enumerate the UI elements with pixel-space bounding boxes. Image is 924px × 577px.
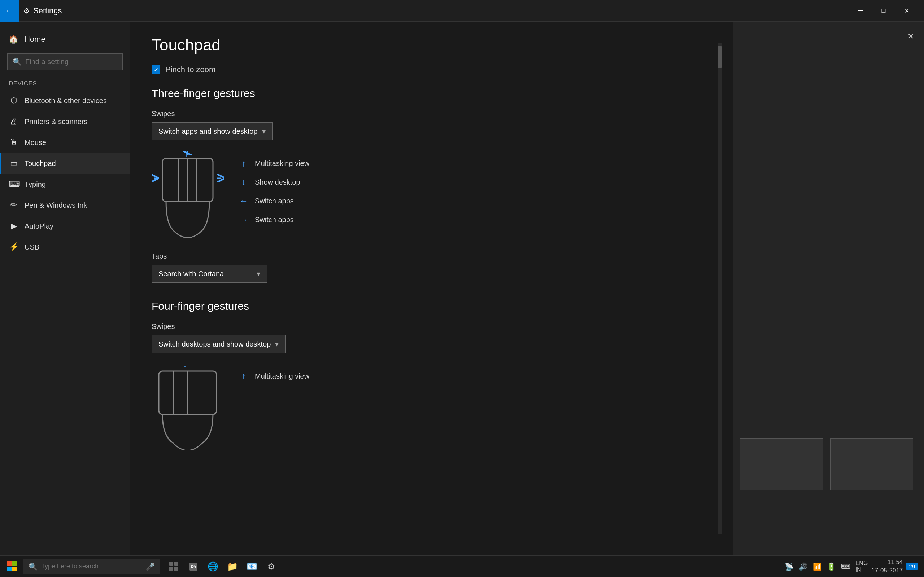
search-box[interactable]: 🔍 [7,53,123,70]
three-finger-info: ↑ Multitasking view ↓ Show desktop ← Swi… [238,151,309,225]
bluetooth-icon: ⬡ [9,96,19,105]
edge-button[interactable]: 🌐 [204,557,222,576]
overlay-panel: ✕ [733,22,924,555]
sidebar-label-pen: Pen & Windows Ink [24,201,87,210]
volume-icon[interactable]: 🔊 [799,562,808,571]
pinch-zoom-checkbox[interactable]: ✓ [152,65,160,74]
svg-rect-16 [12,561,16,566]
svg-rect-15 [7,561,11,566]
sidebar: 🏠 Home 🔍 Devices ⬡ Bluetooth & other dev… [0,22,130,555]
gesture-row-0: ↑ Multitasking view [238,158,309,168]
gesture-arrow-3: → [238,214,249,225]
svg-rect-21 [169,567,173,571]
usb-icon: ⚡ [9,242,19,252]
svg-text:↑: ↑ [183,364,187,371]
gesture-label-3: Switch apps [255,216,294,224]
taskbar-right: 📡 🔊 📶 🔋 ⌨ ENGIN 11:54 17-05-2017 29 [785,558,921,574]
thumbnail-1 [740,438,823,490]
svg-rect-17 [7,567,11,571]
maximize-button[interactable]: □ [872,0,895,22]
svg-rect-18 [12,567,16,571]
swipes-dropdown-3[interactable]: Switch apps and show desktop ▾ [152,122,273,140]
app-container: 🏠 Home 🔍 Devices ⬡ Bluetooth & other dev… [0,22,924,555]
window-controls: ─ □ ✕ [849,0,918,22]
sidebar-category: Devices [0,77,130,90]
taskbar-mic-icon: 🎤 [146,562,155,571]
sidebar-label-typing: Typing [24,180,46,189]
store-button[interactable]: 🛍 [184,557,203,576]
sidebar-item-pen[interactable]: ✏ Pen & Windows Ink [0,195,130,216]
start-button[interactable] [3,557,22,576]
home-icon: 🏠 [9,35,18,44]
task-view-button[interactable] [165,557,183,576]
scrollbar-thumb[interactable] [717,46,722,68]
four-gesture-label-0: Multitasking view [255,372,309,380]
touchpad-icon: ▭ [9,159,19,168]
svg-text:←: ← [152,175,159,182]
thumbnails [740,438,913,490]
gesture-row-3: → Switch apps [238,214,309,225]
settings-button[interactable]: ⚙ [262,557,281,576]
minimize-button[interactable]: ─ [849,0,872,22]
explorer-button[interactable]: 📁 [223,557,242,576]
settings-icon: ⚙ [23,6,30,15]
network-icon[interactable]: 📡 [785,562,794,571]
svg-text:🛍: 🛍 [191,564,196,569]
sidebar-label-bluetooth: Bluetooth & other devices [24,97,107,105]
pinch-zoom-label: Pinch to zoom [165,65,215,74]
svg-rect-20 [174,562,178,566]
taskbar-search-icon: 🔍 [29,562,37,571]
sidebar-item-printers[interactable]: 🖨 Printers & scanners [0,111,130,132]
store-icon: 🛍 [189,562,198,571]
gesture-row-1: ↓ Show desktop [238,177,309,187]
svg-rect-19 [169,562,173,566]
mail-button[interactable]: 📧 [242,557,261,576]
taskbar-icons: 🛍 🌐 📁 📧 ⚙ [165,557,281,576]
back-icon: ← [5,6,13,16]
sidebar-label-printers: Printers & scanners [24,118,88,126]
clock-time: 11:54 [871,558,903,566]
start-icon [7,561,17,572]
taskbar-clock[interactable]: 11:54 17-05-2017 [871,558,903,574]
scrollbar-track[interactable] [717,43,722,534]
sidebar-item-typing[interactable]: ⌨ Typing [0,174,130,195]
hand-svg: ↑ ← → [152,151,224,238]
sidebar-item-touchpad[interactable]: ▭ Touchpad [0,153,130,174]
printer-icon: 🖨 [9,117,19,126]
gesture-label-0: Multitasking view [255,160,309,168]
home-button[interactable]: 🏠 Home [0,29,130,50]
taps-chevron: ▾ [257,269,260,278]
battery-icon[interactable]: 🔋 [827,562,836,571]
sidebar-label-touchpad: Touchpad [24,160,56,168]
gesture-row-2: ← Switch apps [238,196,309,206]
swipes-chevron-3: ▾ [262,127,266,135]
taps-dropdown[interactable]: Search with Cortana ▾ [152,265,267,283]
clock-date: 17-05-2017 [871,567,903,574]
four-gesture-arrow-0: ↑ [238,371,249,381]
taskbar-search-input[interactable] [41,562,142,570]
sidebar-label-autoplay: AutoPlay [24,222,53,230]
gesture-arrow-2: ← [238,196,249,206]
four-finger-hand: ↑ [152,364,224,450]
sidebar-item-usb[interactable]: ⚡ USB [0,237,130,258]
app-title: Settings [33,6,62,16]
wifi-icon[interactable]: 📶 [813,562,822,571]
typing-icon: ⌨ [9,180,19,189]
taskbar-search-box[interactable]: 🔍 🎤 [23,559,160,574]
back-button[interactable]: ← [0,0,19,22]
overlay-close-button[interactable]: ✕ [905,29,917,44]
four-finger-info: ↑ Multitasking view [238,364,309,381]
sidebar-item-bluetooth[interactable]: ⬡ Bluetooth & other devices [0,90,130,111]
search-input[interactable] [25,58,117,66]
notification-count[interactable]: 29 [906,562,918,570]
svg-rect-22 [174,567,178,571]
pen-icon: ✏ [9,200,19,210]
close-button[interactable]: ✕ [895,0,918,22]
swipes-chevron-4: ▾ [275,340,279,348]
lang-label: ENGIN [855,560,868,573]
gesture-label-1: Show desktop [255,178,300,187]
swipes-dropdown-4[interactable]: Switch desktops and show desktop ▾ [152,335,286,353]
sidebar-item-autoplay[interactable]: ▶ AutoPlay [0,216,130,237]
sidebar-item-mouse[interactable]: 🖱 Mouse [0,132,130,153]
autoplay-icon: ▶ [9,221,19,231]
